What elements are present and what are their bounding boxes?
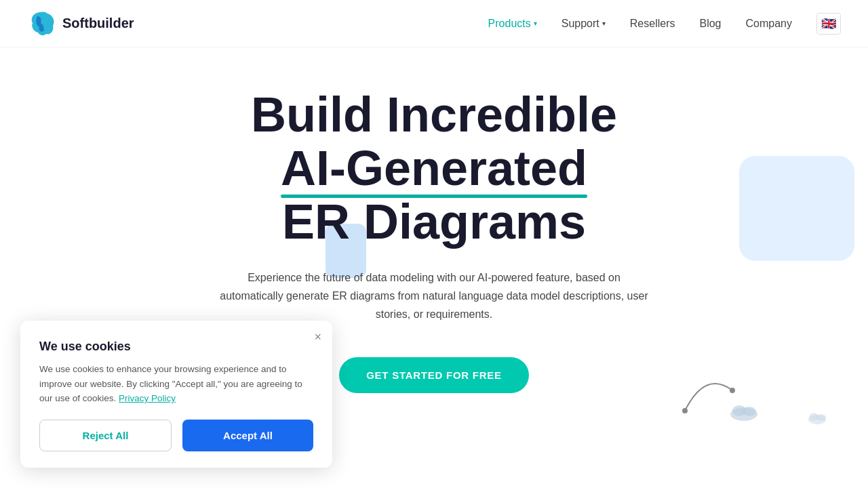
language-selector[interactable]: 🇬🇧 xyxy=(816,13,841,35)
svg-point-1 xyxy=(682,408,688,413)
nav-products[interactable]: Products ▾ xyxy=(488,18,537,30)
cta-button[interactable]: GET STARTED FOR FREE xyxy=(339,357,529,393)
cookie-banner: × We use cookies We use cookies to enhan… xyxy=(20,321,332,468)
svg-point-4 xyxy=(743,407,756,416)
hero-title: Build Incredible AI-Generated ER Diagram… xyxy=(27,88,841,249)
cookie-buttons: Reject All Accept All xyxy=(39,420,313,451)
accept-all-button[interactable]: Accept All xyxy=(182,420,313,451)
cookie-body: We use cookies to enhance your browsing … xyxy=(39,362,313,406)
products-chevron-icon: ▾ xyxy=(534,20,537,27)
nav-blog[interactable]: Blog xyxy=(699,18,721,30)
cookie-title: We use cookies xyxy=(39,340,313,354)
nav-support[interactable]: Support ▾ xyxy=(561,18,606,30)
reject-all-button[interactable]: Reject All xyxy=(39,420,172,451)
nav-company[interactable]: Company xyxy=(746,18,792,30)
privacy-policy-link[interactable]: Privacy Policy xyxy=(119,393,176,403)
support-chevron-icon: ▾ xyxy=(602,20,606,27)
cookie-close-button[interactable]: × xyxy=(314,330,321,344)
deco-cloud-1 xyxy=(729,401,760,424)
deco-cloud-2 xyxy=(807,409,827,427)
logo[interactable]: Softbuilder xyxy=(27,9,134,38)
navbar: Softbuilder Products ▾ Support ▾ Reselle… xyxy=(0,0,868,47)
nav-resellers[interactable]: Resellers xyxy=(630,18,675,30)
nav-links: Products ▾ Support ▾ Resellers Blog Comp… xyxy=(488,13,841,35)
svg-point-7 xyxy=(816,414,826,421)
hero-title-highlight: AI-Generated xyxy=(281,142,587,195)
brand-name: Softbuilder xyxy=(62,16,134,31)
brand-logo-icon xyxy=(27,9,56,38)
hero-description: Experience the future of data modeling w… xyxy=(217,268,651,324)
